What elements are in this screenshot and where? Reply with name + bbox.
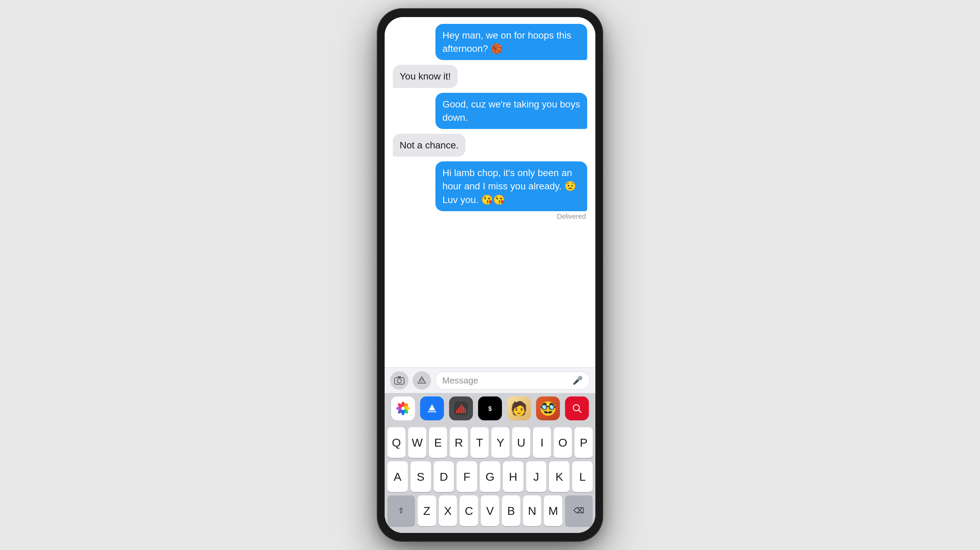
- svg-rect-19: [461, 404, 462, 413]
- key-j[interactable]: J: [526, 461, 547, 492]
- memoji-2-icon[interactable]: 🥸: [536, 397, 560, 420]
- message-input-placeholder[interactable]: Message: [442, 375, 569, 386]
- key-s[interactable]: S: [410, 461, 431, 492]
- key-l[interactable]: L: [572, 461, 593, 492]
- key-t[interactable]: T: [471, 427, 488, 458]
- key-e[interactable]: E: [429, 427, 447, 458]
- keyboard-row-3: ⇧ Z X C V B N M ⌫: [387, 496, 593, 526]
- key-o[interactable]: O: [554, 427, 572, 458]
- sent-bubble-1: Hey man, we on for hoops this afternoon?…: [436, 24, 587, 60]
- message-row-5: Hi lamb chop, it's only been an hour and…: [393, 161, 587, 220]
- mic-icon: 🎤: [573, 376, 583, 385]
- keyboard-row-1: Q W E R T Y U I O P: [387, 427, 593, 458]
- input-area: Message 🎤: [385, 367, 595, 393]
- key-n[interactable]: N: [523, 496, 541, 526]
- phone-frame: Hey man, we on for hoops this afternoon?…: [377, 9, 603, 541]
- message-row-3: Good, cuz we're taking you boys down.: [393, 93, 587, 129]
- key-v[interactable]: V: [481, 496, 499, 526]
- photos-app-icon[interactable]: [391, 397, 415, 420]
- svg-rect-2: [398, 376, 401, 378]
- camera-button[interactable]: [390, 371, 409, 390]
- received-bubble-1: You know it!: [393, 65, 458, 88]
- delivered-label: Delivered: [557, 212, 586, 220]
- svg-rect-20: [463, 407, 464, 413]
- svg-point-13: [401, 407, 405, 410]
- sent-bubble-2: Good, cuz we're taking you boys down.: [436, 93, 587, 129]
- key-z[interactable]: Z: [418, 496, 436, 526]
- key-w[interactable]: W: [408, 427, 426, 458]
- svg-rect-15: [454, 402, 468, 415]
- key-backspace[interactable]: ⌫: [565, 496, 593, 526]
- received-bubble-2: Not a chance.: [393, 134, 465, 156]
- key-k[interactable]: K: [549, 461, 570, 492]
- apps-tray: $ 🧑 🥸: [385, 393, 595, 424]
- svg-text:$: $: [488, 405, 492, 412]
- key-a[interactable]: A: [387, 461, 408, 492]
- key-x[interactable]: X: [439, 496, 457, 526]
- apps-button[interactable]: [413, 371, 431, 390]
- svg-rect-16: [456, 410, 457, 413]
- key-f[interactable]: F: [457, 461, 477, 492]
- key-b[interactable]: B: [502, 496, 520, 526]
- web-search-icon[interactable]: [565, 397, 589, 420]
- key-shift[interactable]: ⇧: [387, 496, 415, 526]
- keyboard-row-2: A S D F G H J K L: [387, 461, 593, 492]
- messages-area: Hey man, we on for hoops this afternoon?…: [385, 17, 595, 367]
- voice-memos-icon[interactable]: [449, 397, 473, 420]
- message-row-4: Not a chance.: [393, 134, 587, 156]
- key-r[interactable]: R: [450, 427, 468, 458]
- memoji-1-icon[interactable]: 🧑: [507, 397, 531, 420]
- app-store-icon[interactable]: [420, 397, 444, 420]
- key-g[interactable]: G: [480, 461, 500, 492]
- key-i[interactable]: I: [533, 427, 551, 458]
- svg-rect-24: [570, 402, 584, 415]
- cash-app-icon[interactable]: $: [478, 397, 502, 420]
- svg-rect-21: [465, 408, 466, 413]
- svg-rect-17: [458, 408, 459, 413]
- scene: Hey man, we on for hoops this afternoon?…: [374, 5, 606, 545]
- key-c[interactable]: C: [460, 496, 478, 526]
- svg-point-3: [420, 379, 423, 382]
- message-row-2: You know it!: [393, 65, 587, 88]
- screen: Hey man, we on for hoops this afternoon?…: [385, 17, 595, 533]
- keyboard: Q W E R T Y U I O P A S D F G H: [385, 424, 595, 533]
- key-m[interactable]: M: [544, 496, 562, 526]
- key-y[interactable]: Y: [492, 427, 509, 458]
- svg-rect-18: [460, 406, 461, 413]
- message-input-wrapper[interactable]: Message 🎤: [435, 371, 590, 390]
- key-u[interactable]: U: [512, 427, 530, 458]
- key-h[interactable]: H: [503, 461, 523, 492]
- key-p[interactable]: P: [574, 427, 593, 458]
- svg-point-1: [397, 379, 401, 383]
- key-q[interactable]: Q: [387, 427, 406, 458]
- key-d[interactable]: D: [434, 461, 454, 492]
- sent-bubble-3: Hi lamb chop, it's only been an hour and…: [436, 161, 587, 211]
- message-row-1: Hey man, we on for hoops this afternoon?…: [393, 24, 587, 60]
